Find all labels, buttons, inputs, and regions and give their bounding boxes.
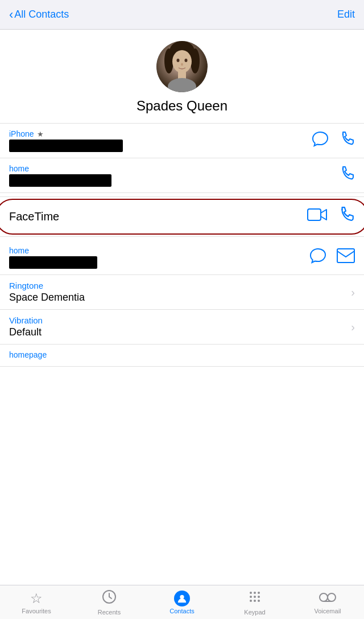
edit-button[interactable]: Edit <box>337 9 355 21</box>
homepage-row: homepage <box>0 345 364 366</box>
vibration-chevron-icon: › <box>351 321 355 334</box>
ringtone-label: Ringtone <box>9 281 85 290</box>
home-phone-row: home <box>0 158 364 192</box>
voicemail-icon <box>319 591 336 606</box>
svg-point-16 <box>258 592 260 594</box>
home-email-redacted <box>9 256 97 269</box>
keypad-label: Keypad <box>244 609 265 616</box>
svg-rect-11 <box>337 249 354 263</box>
iphone-redacted <box>9 140 123 152</box>
home-message-icon[interactable] <box>309 248 326 268</box>
svg-point-24 <box>328 593 336 601</box>
star-icon: ★ <box>37 130 44 138</box>
favourites-icon: ☆ <box>30 591 43 606</box>
back-button[interactable]: ‹ All Contacts <box>9 9 69 21</box>
homepage-label: homepage <box>9 350 355 359</box>
chevron-left-icon: ‹ <box>9 9 13 21</box>
phone-icon[interactable] <box>339 131 355 151</box>
tab-favourites[interactable]: ☆ Favourites <box>0 591 73 614</box>
svg-rect-8 <box>178 72 186 79</box>
svg-point-2 <box>164 48 173 73</box>
home-phone-section: home <box>0 158 364 193</box>
home-phone-redacted <box>9 174 111 187</box>
tab-voicemail[interactable]: Voicemail <box>291 591 364 614</box>
tab-keypad[interactable]: Keypad <box>218 589 291 616</box>
svg-point-17 <box>250 596 252 598</box>
message-icon[interactable] <box>312 131 329 151</box>
profile-section: Spades Queen <box>0 30 364 124</box>
home-email-icon[interactable] <box>337 248 355 267</box>
avatar <box>156 41 208 92</box>
home-email-section: home <box>0 240 364 275</box>
favourites-label: Favourites <box>22 608 51 614</box>
recents-label: Recents <box>98 609 121 616</box>
facetime-phone-icon[interactable] <box>338 206 355 227</box>
iphone-section: iPhone ★ <box>0 124 364 158</box>
svg-point-18 <box>254 596 256 598</box>
ringtone-value: Space Dementia <box>9 292 85 304</box>
svg-rect-10 <box>308 209 321 220</box>
contact-name: Spades Queen <box>136 98 228 114</box>
svg-point-15 <box>254 592 256 594</box>
header: ‹ All Contacts Edit <box>0 0 364 30</box>
vibration-value: Default <box>9 326 43 338</box>
vibration-label: Vibration <box>9 315 43 325</box>
tab-recents[interactable]: Recents <box>73 589 146 616</box>
recents-icon <box>102 589 117 608</box>
facetime-video-icon[interactable] <box>307 207 328 226</box>
svg-point-5 <box>177 59 180 62</box>
contacts-icon <box>174 591 190 606</box>
svg-point-20 <box>250 600 252 602</box>
homepage-section: homepage <box>0 345 364 367</box>
ringtone-chevron-icon: › <box>351 286 355 299</box>
iphone-row: iPhone ★ <box>0 124 364 158</box>
vibration-row[interactable]: Vibration Default › <box>0 310 364 345</box>
svg-point-23 <box>320 593 328 601</box>
svg-point-6 <box>185 59 188 62</box>
svg-point-4 <box>172 50 192 73</box>
facetime-row: FaceTime <box>0 197 364 236</box>
svg-point-21 <box>254 600 256 602</box>
svg-point-13 <box>180 595 184 598</box>
svg-point-22 <box>258 600 260 602</box>
svg-point-19 <box>258 596 260 598</box>
contacts-label: Contacts <box>169 608 194 614</box>
tab-contacts[interactable]: Contacts <box>146 591 218 614</box>
iphone-label: iPhone ★ <box>9 129 305 138</box>
voicemail-label: Voicemail <box>314 608 341 614</box>
tab-bar: ☆ Favourites Recents Contacts <box>0 585 364 619</box>
main-content: Spades Queen iPhone ★ <box>0 30 364 585</box>
facetime-label: FaceTime <box>9 210 59 223</box>
home-phone-label: home <box>9 164 332 173</box>
back-label: All Contacts <box>14 9 69 21</box>
svg-point-3 <box>191 48 200 73</box>
svg-point-7 <box>181 63 183 66</box>
home-phone-icon[interactable] <box>339 166 355 186</box>
keypad-icon <box>247 589 262 608</box>
home-email-row: home <box>0 240 364 274</box>
svg-point-14 <box>250 592 252 594</box>
ringtone-row[interactable]: Ringtone Space Dementia › <box>0 275 364 310</box>
home-email-label: home <box>9 246 303 255</box>
facetime-section: FaceTime <box>0 196 364 237</box>
